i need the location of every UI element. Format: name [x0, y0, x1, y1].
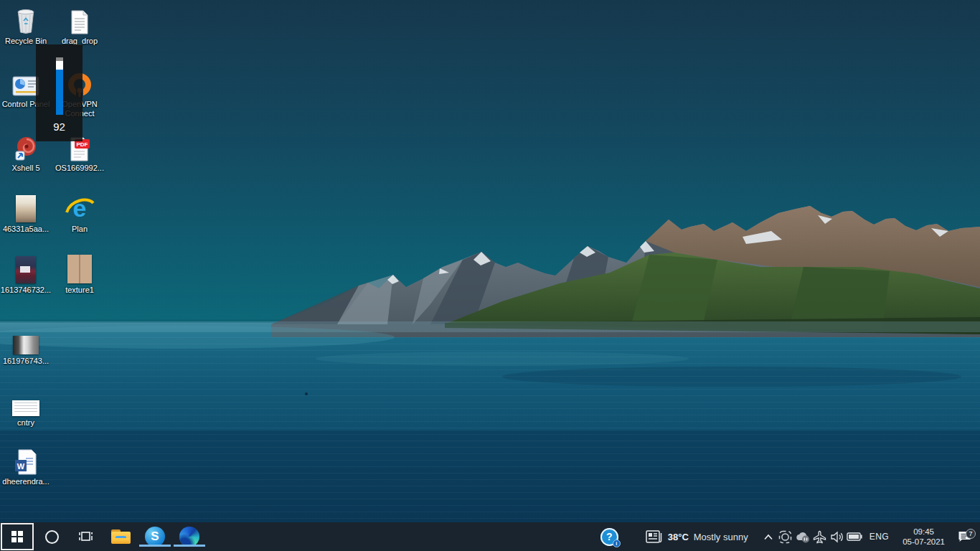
question-mark-icon: ?: [606, 531, 613, 542]
onedrive-paused-icon: [795, 531, 811, 543]
file-explorer-icon: [111, 529, 131, 544]
document-thumbnail: [12, 400, 39, 416]
airplane-icon: [813, 530, 826, 544]
volume-tray-icon[interactable]: [829, 522, 846, 551]
desktop-icon-1613746732[interactable]: 1613746732...: [0, 253, 52, 295]
onedrive-tray-icon[interactable]: [794, 522, 811, 551]
icon-label: OS1669992...: [55, 164, 104, 173]
clock-time: 09:45: [913, 527, 934, 537]
chevron-up-icon: [763, 534, 773, 540]
icon-label: Plan: [72, 225, 88, 234]
photo-thumbnail: [13, 336, 39, 354]
running-indicator: [174, 545, 205, 547]
texture-thumbnail: [67, 255, 92, 283]
start-focus-outline: [1, 523, 34, 550]
running-indicator: [139, 545, 171, 547]
desktop-icon-drag-drop[interactable]: drag_drop: [54, 4, 105, 46]
battery-icon: [847, 532, 862, 541]
volume-osd-flyout: 92: [36, 44, 83, 141]
search-icon: [45, 530, 59, 544]
hidden-icons-chevron[interactable]: [760, 522, 777, 551]
icon-label: dheerendra...: [2, 477, 49, 486]
icon-label: Xshell 5: [11, 164, 39, 173]
news-icon: [646, 530, 662, 543]
desktop-icon-texture1[interactable]: texture1: [54, 253, 105, 295]
svg-text:W: W: [17, 462, 25, 471]
taskbar-right: ? i 38°C Mostly sunny: [600, 522, 980, 551]
wallpaper-scene: [0, 0, 980, 522]
internet-explorer-icon: e: [65, 192, 95, 222]
info-badge-icon: i: [613, 540, 621, 547]
edge-button[interactable]: [172, 522, 207, 551]
desktop-icon-recycle-bin[interactable]: Recycle Bin: [0, 4, 52, 46]
taskbar-clock[interactable]: 09:45 05-07-2021: [895, 527, 952, 547]
speaker-icon: [830, 531, 844, 543]
start-button[interactable]: [0, 522, 34, 551]
icon-label: 46331a5aa...: [3, 225, 49, 234]
battery-tray-icon[interactable]: [846, 522, 863, 551]
screen-clip-tray-icon[interactable]: [777, 522, 794, 551]
action-center-button[interactable]: 7: [952, 530, 976, 544]
desktop: Recycle Bin drag_drop Control Panel: [0, 0, 980, 551]
xshell-icon: [13, 131, 39, 161]
file-explorer-button[interactable]: [103, 522, 138, 551]
notification-count-badge: 7: [966, 529, 976, 539]
edge-icon: [179, 527, 199, 547]
slider-track-fill: [56, 70, 63, 115]
recycle-bin-icon: [16, 4, 36, 34]
desktop-icon-cntry[interactable]: cntry: [0, 386, 52, 428]
weather-condition: Mostly sunny: [694, 532, 748, 542]
wallpaper-image: [0, 0, 980, 522]
taskbar: S ? i 38°C Mostly sunny: [0, 522, 980, 551]
word-document-icon: W: [14, 445, 37, 475]
photo-thumbnail: [16, 195, 36, 222]
photo-thumbnail: [16, 256, 36, 283]
news-weather-widget[interactable]: 38°C Mostly sunny: [646, 530, 748, 543]
clock-date: 05-07-2021: [903, 537, 945, 547]
volume-value: 92: [53, 121, 65, 133]
get-help-button[interactable]: ? i: [600, 528, 618, 546]
icon-label: 1613746732...: [1, 286, 51, 295]
slider-track-empty: [56, 61, 63, 70]
icon-label: texture1: [65, 286, 94, 295]
desktop-icon-46331a5aa[interactable]: 46331a5aa...: [0, 192, 52, 234]
text-file-icon: [70, 4, 89, 34]
icon-label: 161976743...: [3, 357, 49, 366]
task-view-icon: [78, 529, 94, 544]
volume-slider[interactable]: [56, 57, 63, 115]
desktop-icon-dheerendra[interactable]: W dheerendra...: [0, 445, 52, 486]
icon-label: cntry: [17, 418, 34, 428]
desktop-icon-161976743[interactable]: 161976743...: [0, 324, 52, 366]
skype-button[interactable]: S: [138, 522, 172, 551]
language-indicator[interactable]: ENG: [863, 532, 896, 542]
search-button[interactable]: [34, 522, 69, 551]
desktop-icon-plan[interactable]: e Plan: [54, 192, 105, 234]
temperature-value: 38°C: [668, 532, 689, 542]
dashed-frame-circle-icon: [778, 530, 792, 544]
svg-text:PDF: PDF: [77, 141, 88, 148]
task-view-button[interactable]: [69, 522, 103, 551]
skype-icon: S: [145, 527, 165, 547]
airplane-tray-icon[interactable]: [811, 522, 829, 551]
